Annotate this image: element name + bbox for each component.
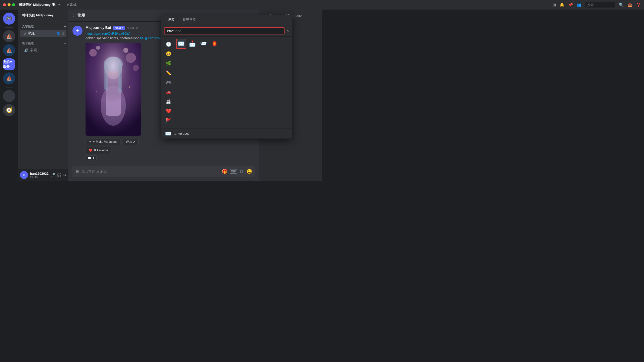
user-controls: 🎤 🎧 ⚙ — [51, 173, 66, 177]
emoji-category-sidebar: 🕐 😀 🌿 ✏️ 🎮 🚗 ☕ ❤️ 🚩 — [163, 39, 174, 126]
voice-channels-section: 语音频道 + — [18, 37, 68, 47]
channel-sidebar: 韩曙亮的 Midjourney 服... 文字频道 + # 常规 👤 ⚙ 语音频… — [18, 10, 68, 181]
flags-category-icon[interactable]: 🚩 — [164, 116, 173, 125]
bot-avatar: ✦ — [72, 26, 83, 36]
recent-category-icon[interactable]: 🕐 — [164, 40, 173, 49]
smileys-category-icon[interactable]: 😀 — [164, 49, 173, 58]
activities-category-icon[interactable]: 🎮 — [164, 78, 173, 87]
emoji-search-wrapper — [164, 27, 285, 34]
emoji-item-envelope-arrow[interactable]: 📩 — [187, 39, 197, 49]
emoji-search-input[interactable] — [167, 29, 281, 33]
server-icon-boat3[interactable]: ⛵ — [3, 72, 15, 84]
message-input[interactable] — [82, 169, 219, 173]
reaction-pill[interactable]: ✉️ 1 — [86, 155, 97, 160]
emoji-item-envelope[interactable]: ✉️ — [176, 39, 186, 49]
emoji-picker-icon[interactable]: 😀 — [247, 169, 252, 174]
user-avatar: H — [20, 171, 28, 179]
message-link[interactable]: https://s.mj.run/QvR2HexGOrA — [86, 32, 130, 35]
server-name[interactable]: 韩曙亮的 Midjourney 服... ▾ — [19, 3, 60, 7]
reactions-tab[interactable]: 反应 — [164, 15, 179, 25]
add-attachment-icon[interactable]: ⊕ — [75, 169, 79, 174]
message-author: Midjourney Bot — [86, 26, 111, 30]
super-reactions-tab[interactable]: 超级反应 — [179, 15, 200, 25]
server-sidebar: 🎮 ⛵ ⛵ 亮的M服务 ⛵ + 🧭 — [0, 10, 18, 181]
channel-topbar-name: 常规 — [77, 13, 85, 18]
speaker-icon: 🔊 — [24, 48, 28, 52]
server-icon-boat2[interactable]: ⛵ — [3, 44, 15, 56]
emoji-main-grid: ✉️ 📩 📨 🏮 — [176, 39, 290, 69]
emoji-search-close[interactable]: × — [287, 29, 289, 33]
emoji-item-red-lantern[interactable]: 🏮 — [209, 39, 219, 49]
favorite-button[interactable]: ❤️ ❤ Favorite — [86, 147, 111, 154]
emoji-grid-area: 🕐 😀 🌿 ✏️ 🎮 🚗 ☕ ❤️ 🚩 ✉️ 📩 📨 🏮 — [161, 37, 292, 128]
maximize-button[interactable] — [12, 3, 15, 6]
chat-input-box: ⊕ 🎁 GIF 🗒 😀 — [72, 166, 255, 177]
emoji-bottom-bar: ✉️ :envelope: — [161, 128, 292, 139]
server-divider — [5, 27, 13, 28]
user-settings-icon[interactable]: ⚙ — [63, 173, 66, 177]
emoji-picker: 反应 超级反应 × 🕐 😀 🌿 ✏️ 🎮 🚗 ☕ ❤️ 🚩 ✉️ 📩 📨 🏮 — [161, 15, 292, 139]
emoji-preview-icon: ✉️ — [165, 130, 171, 137]
text-channels-section: 文字频道 + — [18, 20, 68, 30]
svg-rect-17 — [86, 43, 141, 136]
mute-icon[interactable]: 🎤 — [51, 173, 55, 177]
channel-sidebar-header: 韩曙亮的 Midjourney 服... — [18, 10, 68, 20]
gift-icon[interactable]: 🎁 — [222, 169, 227, 174]
server-icon-boat1[interactable]: ⛵ — [3, 30, 15, 42]
travel-category-icon[interactable]: 🚗 — [164, 87, 173, 97]
sticker-icon[interactable]: 🗒 — [239, 169, 244, 174]
message-image[interactable]: ✦ ✦ ✦ — [86, 43, 141, 136]
objects-category-icon[interactable]: ✏️ — [164, 68, 173, 77]
food-category-icon[interactable]: ☕ — [164, 97, 173, 106]
channel-item-voice[interactable]: 🔊 常规 — [20, 47, 66, 54]
titlebar-channel: # 常规 — [67, 3, 76, 7]
user-settings-icon[interactable]: 👤 — [56, 32, 60, 35]
settings-gear-icon[interactable]: ⚙ — [61, 32, 64, 35]
web-button[interactable]: Web ↗ — [123, 138, 139, 145]
chat-input-icons: 🎁 GIF 🗒 😀 — [222, 169, 252, 174]
image-inner: ✦ ✦ ✦ — [86, 43, 141, 136]
server-icon-bright[interactable]: 亮的M服务 — [3, 58, 15, 70]
channel-topbar-hash: # — [72, 14, 74, 18]
add-voice-channel-button[interactable]: + — [64, 41, 66, 46]
bot-badge: ✓机器人 — [113, 26, 125, 30]
chat-input-area: ⊕ 🎁 GIF 🗒 😀 — [68, 166, 259, 181]
user-panel: H han1202022 #1745 🎤 🎧 ⚙ — [18, 169, 68, 181]
minimize-button[interactable] — [8, 3, 11, 6]
message-actions: ✦ ✦ Make Variations Web ↗ — [86, 138, 255, 145]
channel-item-regular[interactable]: # 常规 👤 ⚙ — [20, 30, 66, 37]
symbols-category-icon[interactable]: ❤️ — [164, 107, 173, 116]
emoji-tabs: 反应 超级反应 — [161, 15, 292, 25]
headphones-icon[interactable]: 🎧 — [57, 173, 62, 177]
user-info: han1202022 #1745 — [30, 172, 49, 178]
server-divider-2 — [5, 87, 13, 87]
message-timestamp: 今天08:23 — [127, 26, 139, 30]
channel-hash-icon: # — [24, 31, 26, 35]
sparkle-icon: ✦ — [89, 140, 91, 144]
close-button[interactable] — [3, 3, 6, 6]
svg-text:✦: ✦ — [76, 28, 79, 33]
discord-home-icon[interactable]: 🎮 — [3, 13, 15, 25]
gif-icon[interactable]: GIF — [230, 169, 237, 174]
heart-icon: ❤️ — [89, 149, 93, 152]
emoji-search-bar: × — [161, 25, 292, 37]
traffic-lights — [3, 3, 15, 6]
add-text-channel-button[interactable]: + — [64, 24, 66, 29]
envelope-reaction-icon: ✉️ — [88, 156, 92, 160]
titlebar: 韩曙亮的 Midjourney 服... ▾ # 常规 ⊞ 🔔 📌 👥 🔍 📥 … — [0, 0, 322, 10]
image-artwork: ✦ ✦ ✦ — [86, 43, 141, 136]
emoji-shortcode: :envelope: — [174, 132, 189, 135]
explore-servers-button[interactable]: 🧭 — [3, 104, 15, 116]
add-server-button[interactable]: + — [3, 90, 15, 102]
hash-icon: # — [67, 3, 69, 7]
emoji-item-incoming-envelope[interactable]: 📨 — [198, 39, 208, 49]
make-variations-button[interactable]: ✦ ✦ Make Variations — [86, 138, 120, 145]
nature-category-icon[interactable]: 🌿 — [164, 59, 173, 68]
